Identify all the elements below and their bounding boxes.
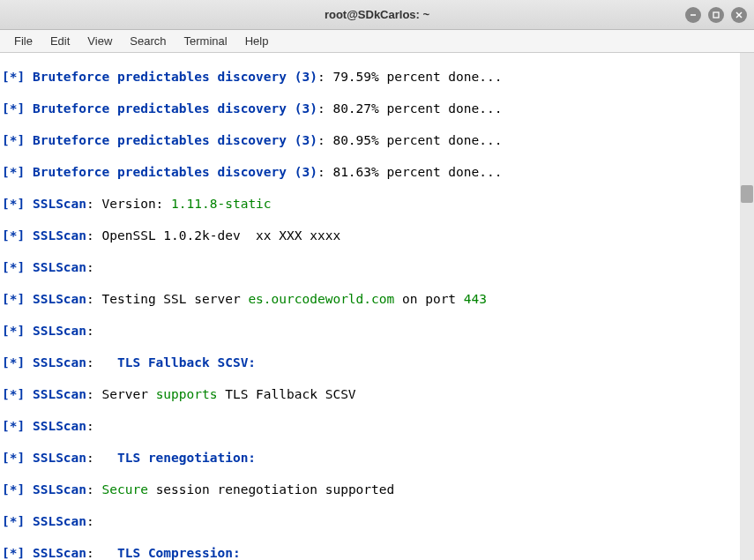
output-line: [*] SSLScan: OpenSSL 1.0.2k-dev xx XXX x… [2,228,738,243]
output-line: [*] SSLScan: TLS renegotiation: [2,450,738,466]
scrollbar-thumb[interactable] [741,185,753,203]
menu-file[interactable]: File [5,33,41,49]
output-line: [*] SSLScan: Version: 1.11.8-static [2,196,738,212]
menu-search[interactable]: Search [121,33,175,49]
close-button[interactable] [731,7,747,23]
minimize-button[interactable] [685,7,701,23]
window-title: root@SDkCarlos: ~ [325,8,429,21]
menu-terminal[interactable]: Terminal [175,33,236,49]
output-line: [*] SSLScan: TLS Compression: [2,545,738,560]
output-line: [*] SSLScan: Testing SSL server es.ourco… [2,291,738,307]
output-line: [*] SSLScan: TLS Fallback SCSV: [2,355,738,370]
menu-view[interactable]: View [78,33,121,49]
output-line: [*] SSLScan: Secure session renegotiatio… [2,482,738,497]
svg-rect-1 [713,12,719,18]
terminal-wrap: [*] Bruteforce predictables discovery (3… [0,53,754,560]
output-line: [*] SSLScan: [2,418,738,434]
window-controls [685,7,747,23]
menu-edit[interactable]: Edit [41,33,78,49]
output-line: [*] Bruteforce predictables discovery (3… [2,69,738,85]
output-line: [*] Bruteforce predictables discovery (3… [2,164,738,180]
menu-help[interactable]: Help [236,33,278,49]
output-line: [*] SSLScan: [2,323,738,339]
output-line: [*] SSLScan: Server supports TLS Fallbac… [2,386,738,402]
scrollbar[interactable] [740,53,754,560]
output-line: [*] Bruteforce predictables discovery (3… [2,101,738,116]
menubar: File Edit View Search Terminal Help [0,30,754,53]
output-line: [*] SSLScan: [2,259,738,275]
output-line: [*] Bruteforce predictables discovery (3… [2,132,738,148]
window-titlebar: root@SDkCarlos: ~ [0,0,754,30]
output-line: [*] SSLScan: [2,513,738,529]
maximize-button[interactable] [708,7,724,23]
terminal-output[interactable]: [*] Bruteforce predictables discovery (3… [0,53,740,560]
